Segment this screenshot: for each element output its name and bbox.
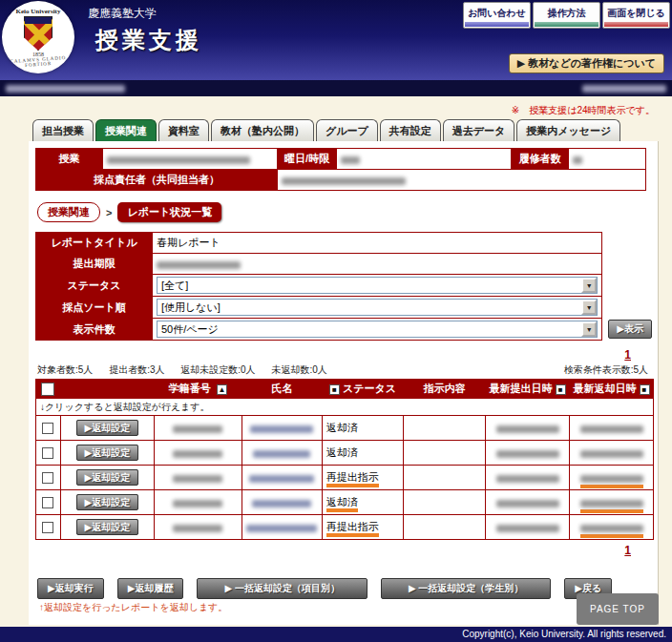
return-setting-button[interactable]: ▶返却設定: [76, 494, 139, 510]
student-name-link[interactable]: [242, 416, 322, 441]
execute-return-button[interactable]: ▶返却実行: [37, 578, 104, 599]
day-period-cell: [337, 149, 512, 170]
return-setting-button[interactable]: ▶返却設定: [76, 445, 139, 461]
latest-submit-cell: [486, 515, 570, 540]
tab-assigned-classes[interactable]: 担当授業: [32, 119, 94, 141]
stats-row: 対象者数:5人 提出者数:3人 返却未設定数:0人 未返却数:0人 検索条件表示…: [37, 363, 648, 377]
status-filter-label: ステータス: [36, 275, 153, 297]
tab-class-messages[interactable]: 授業内メッセージ: [516, 119, 620, 141]
row-checkbox[interactable]: [42, 497, 53, 508]
page: Keio University 1858 CALAMVS GLADIO FORT…: [0, 0, 672, 642]
keio-logo: Keio University 1858 CALAMVS GLADIO FORT…: [2, 1, 74, 73]
report-form-wrap: レポートタイトル 春期レポート 提出期限 ステータス [全て] ▼: [35, 232, 652, 341]
page-1-link[interactable]: 1: [624, 544, 631, 557]
select-all-checkbox[interactable]: [42, 383, 53, 395]
row-checkbox[interactable]: [42, 472, 53, 484]
return-note: ↑返却設定を行ったレポートを返却します。: [39, 601, 652, 614]
return-unset-count: 返却未設定数:0人: [180, 364, 255, 375]
class-label: 授業: [36, 149, 103, 170]
sort-order-select[interactable]: [使用しない] ▼: [157, 299, 598, 316]
user-bar: [0, 80, 672, 96]
latest-submit-cell: [486, 441, 570, 466]
grader-cell: [278, 170, 646, 191]
latest-submit-header: 最新提出日時: [486, 380, 570, 399]
row-checkbox[interactable]: [42, 423, 53, 434]
instruction-cell: [404, 490, 486, 515]
display-button[interactable]: ▶表示: [608, 320, 652, 339]
status-filter-select[interactable]: [全て] ▼: [157, 277, 598, 294]
sort-asc-icon[interactable]: ▲: [217, 384, 227, 395]
sort-order-label: 採点ソート順: [36, 297, 153, 319]
page-size-select[interactable]: 50件/ページ ▼: [157, 321, 598, 338]
breadcrumb-separator: >: [106, 207, 112, 218]
student-name-link[interactable]: [242, 515, 322, 540]
sort-toggle-icon[interactable]: [329, 384, 340, 395]
tab-past-data[interactable]: 過去データ: [443, 119, 515, 141]
page-size-value: 50件/ページ: [161, 322, 219, 337]
student-name-link[interactable]: [242, 466, 322, 490]
dropdown-arrow-icon[interactable]: ▼: [581, 321, 597, 337]
contact-button[interactable]: お問い合わせ: [463, 2, 531, 29]
page-top-button[interactable]: PAGE TOP: [577, 593, 659, 625]
app-title: 授業支援: [95, 25, 202, 55]
status-cell: 再提出指示: [322, 515, 404, 540]
return-setting-button[interactable]: ▶返却設定: [76, 519, 139, 535]
tab-share-settings[interactable]: 共有設定: [380, 119, 441, 141]
status-cell: 返却済: [322, 416, 404, 441]
current-datetime-redacted: [582, 85, 666, 93]
university-name: 慶應義塾大学: [88, 6, 157, 22]
24h-notice: ※ 授業支援は24時間表示です。: [0, 96, 672, 119]
instruction-cell: [404, 441, 486, 466]
student-name-link[interactable]: [242, 490, 322, 515]
latest-submit-cell: [486, 466, 570, 490]
help-button[interactable]: 操作方法: [533, 2, 600, 29]
row-checkbox[interactable]: [42, 447, 53, 459]
instruction-header: 指示内容: [404, 380, 486, 399]
close-screen-button[interactable]: 画面を閉じる: [602, 2, 670, 29]
row-checkbox[interactable]: [42, 522, 53, 533]
breadcrumb-report-status-list: レポート状況一覧: [117, 202, 221, 222]
latest-return-cell: [570, 490, 654, 515]
return-setting-header: [60, 380, 154, 399]
name-header: 氏名: [242, 380, 322, 399]
report-form-table: レポートタイトル 春期レポート 提出期限 ステータス [全て] ▼: [35, 232, 602, 341]
header: Keio University 1858 CALAMVS GLADIO FORT…: [0, 0, 672, 80]
table-row: ▶返却設定 再提出指示: [36, 466, 654, 490]
bulk-return-by-student-button[interactable]: ▶ 一括返却設定（学生別）: [381, 578, 551, 599]
report-title-value: 春期レポート: [153, 233, 602, 254]
tab-library[interactable]: 資料室: [158, 119, 209, 141]
search-result-count: 検索条件表示数:5人: [564, 363, 648, 377]
latest-return-cell: [570, 441, 654, 466]
breadcrumb-class-related[interactable]: 授業関連: [37, 202, 100, 222]
latest-return-cell: [570, 466, 654, 490]
report-status-table: 学籍番号 ▲ 氏名 ステータス 指示内容 最新提出日時 最新返却日時 ↓クリック…: [35, 379, 654, 540]
return-history-button[interactable]: ▶返却履歴: [117, 578, 184, 599]
sort-toggle-icon[interactable]: [556, 384, 566, 395]
tab-class-related[interactable]: 授業関連: [95, 119, 157, 141]
footer-copyright: Copyright(c), Keio University. All right…: [0, 627, 672, 642]
page-1-link[interactable]: 1: [624, 348, 631, 362]
student-name-link[interactable]: [242, 441, 322, 466]
status-cell: 再提出指示: [322, 466, 404, 490]
tab-materials[interactable]: 教材（塾内公開）: [211, 119, 314, 141]
dropdown-arrow-icon[interactable]: ▼: [581, 300, 597, 315]
instruction-cell: [404, 515, 486, 540]
sort-toggle-icon[interactable]: [640, 384, 650, 395]
dropdown-arrow-icon[interactable]: ▼: [581, 278, 597, 293]
student-id-cell: [154, 441, 242, 466]
return-setting-button[interactable]: ▶返却設定: [76, 420, 139, 436]
breadcrumb: 授業関連 > レポート状況一覧: [37, 202, 652, 222]
tab-bar: 担当授業 授業関連 資料室 教材（塾内公開） グループ 共有設定 過去データ 授…: [32, 119, 672, 141]
pagination-bottom: 1: [33, 544, 652, 557]
materials-copyright-button[interactable]: ▶ 教材などの著作権について: [509, 53, 664, 73]
return-setting-button[interactable]: ▶返却設定: [76, 469, 139, 486]
pagination-top: 1: [33, 348, 652, 362]
page-size-label: 表示件数: [36, 319, 153, 341]
sort-order-value: [使用しない]: [161, 300, 220, 315]
student-id-cell: [154, 466, 242, 490]
tab-group[interactable]: グループ: [316, 119, 378, 141]
latest-submit-cell: [486, 416, 570, 441]
status-filter-value: [全て]: [161, 279, 188, 293]
bulk-return-by-item-button[interactable]: ▶ 一括返却設定（項目別）: [197, 578, 367, 599]
deadline-value-redacted: [153, 254, 602, 275]
